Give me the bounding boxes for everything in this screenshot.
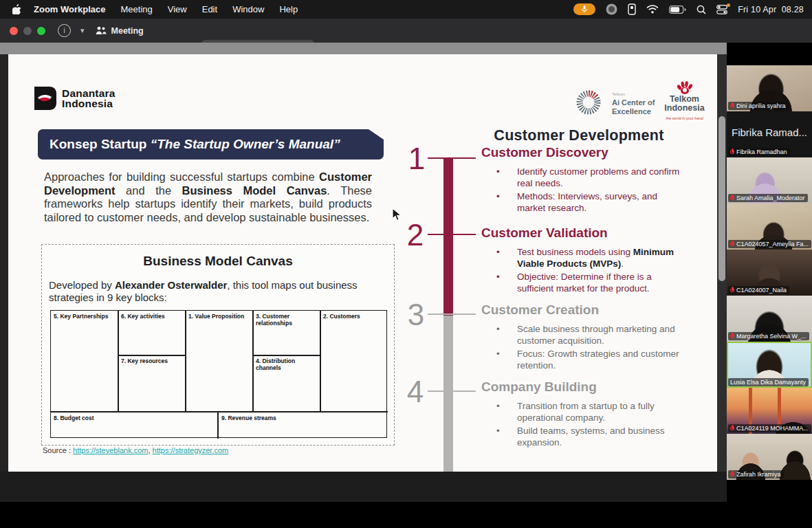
participant-name-label: C1A024007_Naila [728, 286, 789, 294]
bullet-item: Test business models using Minimum Viabl… [481, 247, 684, 270]
participant-display-name: Fibrika Ramad... [727, 126, 812, 138]
bullet-item: Scale business through marketing and cus… [481, 324, 684, 346]
menubar-item-zoom-workplace[interactable]: Zoom Workplace [34, 4, 106, 14]
menubar-app-icon[interactable] [606, 3, 617, 15]
share-scrollbar-track[interactable] [717, 54, 727, 472]
timeline-number-3: 3 [404, 300, 428, 330]
spotlight-search-icon[interactable] [696, 5, 706, 14]
zoom-window-title-bar: i ▾ Meeting Dini aprilia syahra's screen… [0, 19, 812, 43]
control-center-icon[interactable] [716, 5, 727, 14]
section-bullets: Transition from a startup to a fully ope… [481, 401, 684, 448]
chevron-down-icon[interactable]: ▾ [80, 26, 85, 35]
participant-tile[interactable]: Dini aprilia syahra [727, 65, 812, 111]
participant-tile[interactable]: Lusia Elsa Dika Damayanty [727, 342, 812, 388]
menubar-item-meeting[interactable]: Meeting [121, 4, 153, 14]
partner-logos: Telkom Ai Center of Excellence Telkom In… [575, 81, 705, 123]
participants-list: Dini aprilia syahraFibrika Ramad...Fibri… [727, 65, 812, 480]
bmc-cell-value-proposition: 1. Value Proposition [186, 311, 252, 320]
participant-tile[interactable]: C1A024007_Naila [727, 250, 812, 296]
participant-tile[interactable]: Zafirah Ikramiya [727, 434, 812, 480]
timeline-tick-1 [428, 157, 476, 159]
menubar-mic-in-use-icon[interactable] [573, 3, 595, 15]
slide-title-banner: Konsep Startup “The Startup Owner’s Manu… [38, 129, 384, 160]
participants-sidebar: Dini aprilia syahraFibrika Ramad...Fibri… [727, 43, 812, 502]
participant-name-label: Lusia Elsa Dika Damayanty [728, 378, 809, 386]
participant-tile[interactable]: Fibrika Ramad...Fibrika Ramadhan [727, 111, 812, 157]
participant-tile[interactable]: C1A024057_Ameylia Fa... [727, 204, 812, 250]
participant-name-label: Sarah Amalia_Moderator [728, 194, 808, 202]
danantara-logo: DanantaraIndonesia [33, 87, 116, 110]
timeline-bar-top [443, 158, 453, 316]
bullet-item: Methods: Interviews, surveys, and market… [481, 191, 684, 214]
fullscreen-window-button[interactable] [37, 27, 45, 35]
muted-mic-icon [730, 195, 734, 201]
menubar-item-view[interactable]: View [168, 4, 187, 14]
danantara-logo-text: DanantaraIndonesia [62, 88, 116, 109]
participant-tile[interactable]: Sarah Amalia_Moderator [727, 157, 812, 204]
section-company-building: Company BuildingTransition from a startu… [481, 380, 684, 450]
participant-name: C1A024119 MOHAMMA... [736, 425, 809, 432]
menubar-item-window[interactable]: Window [232, 4, 264, 14]
participant-name: C1A024057_Ameylia Fa... [736, 241, 809, 248]
apple-menu-icon[interactable] [12, 4, 21, 14]
section-customer-discovery: Customer DiscoveryIdentify customer prob… [481, 145, 684, 216]
telkom-hand-icon [676, 81, 694, 95]
bmc-cell-key-resources: 7. Key resources [118, 355, 185, 364]
meeting-header: Meeting [96, 26, 144, 36]
bmc-cell-key-activities: 6. Key activities [118, 311, 185, 320]
muted-mic-icon [730, 241, 734, 248]
bottom-strip [0, 502, 812, 528]
text-segment: . [621, 258, 624, 269]
text-segment: Developed by [49, 279, 115, 291]
participant-name: Lusia Elsa Dika Damayanty [730, 379, 806, 386]
participant-name: Sarah Amalia_Moderator [736, 195, 805, 201]
source-link[interactable]: https://strategyzer.com [153, 446, 229, 454]
bullet-item: Build teams, systems, and business expan… [481, 426, 684, 448]
close-window-button[interactable] [10, 27, 18, 35]
page-surround [0, 472, 727, 502]
wifi-icon[interactable] [646, 5, 659, 14]
menubar-item-help[interactable]: Help [279, 4, 298, 14]
participant-tile[interactable]: C1A024119 MOHAMMA... [727, 388, 812, 434]
muted-mic-icon [730, 148, 734, 155]
window-controls [10, 27, 45, 35]
participants-icon [96, 26, 107, 35]
bullet-item: Focus: Growth strategies and customer re… [481, 349, 684, 371]
bmc-table: 5. Key Partnerships 6. Key activities 7.… [50, 310, 387, 438]
danantara-logo-icon [33, 87, 56, 110]
participant-name: Zafirah Ikramiya [736, 471, 781, 478]
menubar-items: Zoom WorkplaceMeetingViewEditWindowHelp [34, 4, 298, 14]
bmc-cell-revenue-streams: 9. Revenue streams [219, 412, 386, 421]
meeting-info-icon[interactable]: i [58, 24, 71, 37]
muted-mic-icon [730, 425, 734, 432]
bullet-item: Objective: Determine if there is a suffi… [481, 272, 684, 294]
ai-center-logo-icon [575, 89, 602, 116]
menubar-clock[interactable]: Fri 10 Apr 08.28 [738, 5, 804, 14]
participant-name-label: C1A024119 MOHAMMA... [728, 424, 811, 432]
participant-tile[interactable]: Margaretha Selvina W_... [727, 296, 812, 342]
participant-name: C1A024007_Naila [736, 287, 787, 294]
intro-paragraph: Approaches for building successful start… [44, 170, 372, 224]
section-heading: Company Building [481, 380, 684, 395]
timeline-bar-bottom [443, 316, 453, 472]
participant-name-label: Zafirah Ikramiya [728, 470, 784, 478]
section-bullets: Test business models using Minimum Viabl… [481, 247, 684, 294]
macos-menu-bar: Zoom WorkplaceMeetingViewEditWindowHelp [0, 0, 812, 19]
battery-icon[interactable] [669, 6, 686, 14]
bmc-cell-customers: 2. Customers [320, 311, 386, 320]
source-link[interactable]: https://steveblank.com [73, 446, 148, 454]
text-segment: Transition from a startup to a fully ope… [517, 401, 655, 423]
share-scrollbar-thumb[interactable] [718, 116, 725, 281]
source-links: https://steveblank.com, https://strategy… [73, 446, 228, 454]
bmc-cell-distribution-channels: 4. Distribution channels [253, 355, 320, 371]
menubar-display-icon[interactable] [628, 3, 636, 15]
timeline-tick-2 [428, 234, 476, 235]
muted-mic-icon [730, 287, 734, 294]
section-bullets: Identify customer problems and confirm r… [481, 166, 684, 214]
text-segment: Focus: Growth strategies and customer re… [517, 349, 679, 371]
menubar-item-edit[interactable]: Edit [202, 4, 217, 14]
participant-name: Dini aprilia syahra [736, 102, 786, 109]
text-segment: Build teams, systems, and business expan… [517, 426, 665, 448]
minimize-window-button[interactable] [23, 27, 32, 35]
text-segment: Test business models using [517, 247, 633, 257]
